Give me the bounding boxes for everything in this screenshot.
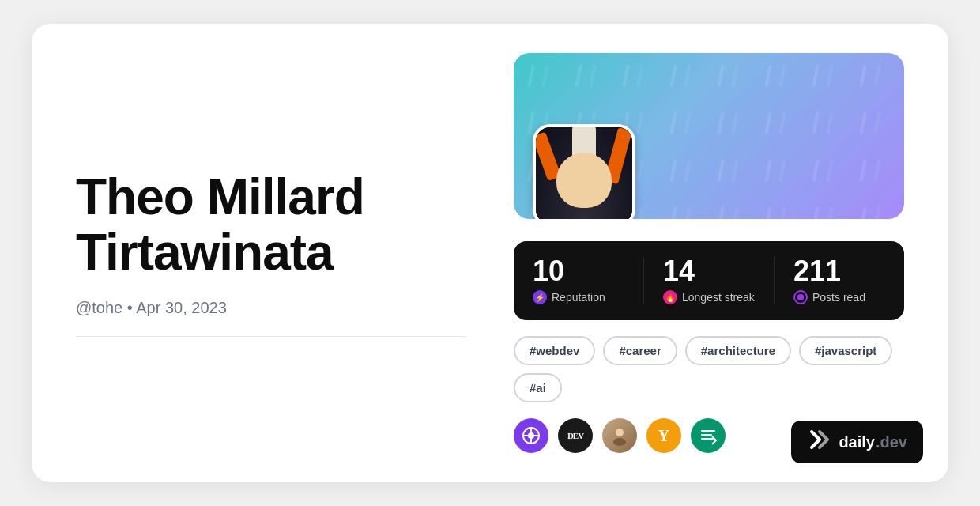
stat-streak: 14 🔥 Longest streak <box>663 257 775 304</box>
right-section: / / <box>514 53 904 453</box>
tag-ai[interactable]: #ai <box>514 373 562 402</box>
lightning-icon: ⚡ <box>533 290 547 304</box>
source-green[interactable] <box>691 418 726 453</box>
profile-banner: / / <box>514 53 904 219</box>
brand-daily: daily <box>839 433 875 451</box>
source-photo[interactable] <box>602 418 637 453</box>
avatar-wrapper <box>533 124 635 219</box>
streak-value: 14 <box>663 257 755 285</box>
circle-icon <box>793 290 808 304</box>
reputation-label: ⚡ Reputation <box>533 290 624 304</box>
source-y[interactable]: Y <box>646 418 681 453</box>
flame-icon: 🔥 <box>663 290 677 304</box>
divider <box>76 336 466 337</box>
streak-label: 🔥 Longest streak <box>663 290 755 304</box>
profile-card: Theo Millard Tirtawinata @tohe • Apr 30,… <box>32 24 948 482</box>
stat-reputation: 10 ⚡ Reputation <box>533 257 644 304</box>
avatar-inner <box>536 127 632 219</box>
left-section: Theo Millard Tirtawinata @tohe • Apr 30,… <box>76 169 514 338</box>
tag-webdev[interactable]: #webdev <box>514 336 595 365</box>
user-name: Theo Millard Tirtawinata <box>76 169 466 281</box>
branding: daily .dev <box>791 421 923 463</box>
svg-rect-9 <box>701 430 715 432</box>
svg-point-8 <box>613 438 626 446</box>
face <box>556 153 612 208</box>
tag-javascript[interactable]: #javascript <box>799 336 892 365</box>
source-dev-to[interactable]: DEV <box>558 418 593 453</box>
source-purple[interactable] <box>514 418 548 453</box>
svg-rect-10 <box>701 434 712 436</box>
daily-dev-logo <box>807 429 832 455</box>
tag-career[interactable]: #career <box>603 336 677 365</box>
svg-rect-11 <box>701 438 714 440</box>
reputation-value: 10 <box>533 257 624 285</box>
stat-posts-read: 211 Posts read <box>793 257 885 304</box>
avatar-anime <box>536 127 632 219</box>
posts-read-label: Posts read <box>793 290 885 304</box>
brand-dev: .dev <box>876 433 907 451</box>
tags-section: #webdev #career #architecture #javascrip… <box>514 336 904 402</box>
posts-read-value: 211 <box>793 257 885 285</box>
svg-point-7 <box>616 429 624 436</box>
user-meta: @tohe • Apr 30, 2023 <box>76 299 466 317</box>
brand-text: daily .dev <box>839 433 907 451</box>
stats-bar: 10 ⚡ Reputation 14 🔥 Longest streak 211 <box>514 241 904 320</box>
tag-architecture[interactable]: #architecture <box>685 336 791 365</box>
